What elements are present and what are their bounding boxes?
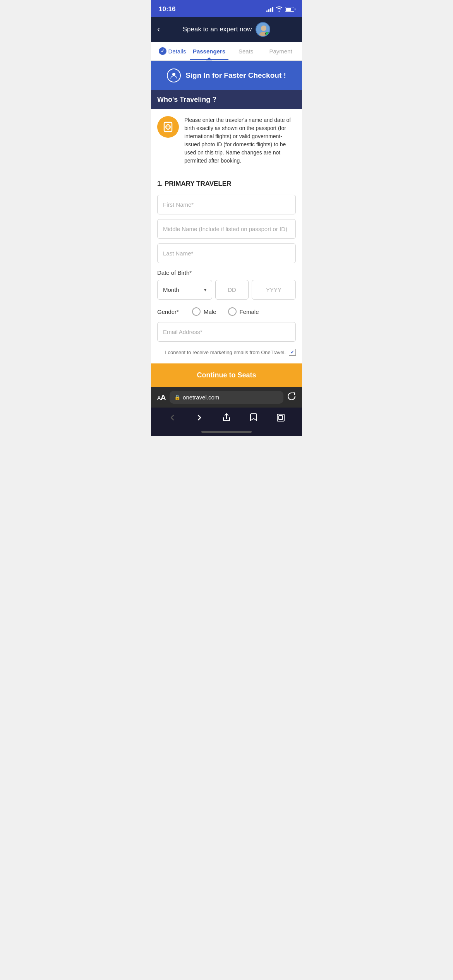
dob-yyyy-input[interactable] <box>252 280 296 300</box>
lock-icon: 🔒 <box>174 394 180 400</box>
status-icons <box>266 6 294 13</box>
nav-forward-button[interactable] <box>190 413 209 422</box>
dob-month-select[interactable]: Month ▾ <box>157 280 212 300</box>
first-name-input[interactable] <box>157 195 296 214</box>
back-button[interactable]: ‹ <box>157 24 160 34</box>
whos-traveling-title: Who's Traveling ? <box>157 96 216 103</box>
gender-label: Gender* <box>157 308 184 315</box>
male-label: Male <box>204 308 216 315</box>
tab-passengers-label: Passengers <box>193 48 225 55</box>
email-input[interactable] <box>157 322 296 342</box>
info-box: Please enter the traveler's name and dat… <box>151 109 302 172</box>
signin-icon <box>167 69 181 82</box>
expert-avatar[interactable] <box>256 22 270 37</box>
gender-row: Gender* Male Female <box>157 307 296 316</box>
url-text: onetravel.com <box>183 394 219 401</box>
home-bar <box>201 431 252 433</box>
signin-text: Sign In for Faster Checkout ! <box>185 71 286 80</box>
continue-to-seats-button[interactable]: Continue to Seats <box>151 363 302 387</box>
last-name-input[interactable] <box>157 243 296 263</box>
tab-active-indicator <box>206 57 212 60</box>
chevron-down-icon: ▾ <box>204 287 206 293</box>
male-radio[interactable] <box>192 307 201 316</box>
dob-label: Date of Birth* <box>157 269 296 276</box>
nav-tabs: ✓ Details Passengers Seats Payment <box>151 42 302 61</box>
svg-rect-10 <box>277 414 284 421</box>
info-text: Please enter the traveler's name and dat… <box>184 116 296 165</box>
passport-icon <box>157 116 179 138</box>
nav-tabs-button[interactable] <box>271 413 290 422</box>
dob-dd-input[interactable] <box>215 280 249 300</box>
gender-female-option[interactable]: Female <box>228 307 259 316</box>
refresh-button[interactable] <box>287 392 296 403</box>
tab-payment-label: Payment <box>269 48 292 55</box>
tab-payment[interactable]: Payment <box>263 43 298 60</box>
url-bar[interactable]: 🔒 onetravel.com <box>170 391 283 404</box>
wifi-icon <box>276 6 283 13</box>
nav-back-button[interactable] <box>163 413 182 422</box>
svg-point-4 <box>172 73 175 76</box>
signin-banner[interactable]: Sign In for Faster Checkout ! <box>151 61 302 90</box>
details-check-icon: ✓ <box>159 47 166 55</box>
consent-row: I consent to receive marketing emails fr… <box>157 349 296 356</box>
month-label: Month <box>163 286 179 293</box>
signal-icon <box>266 7 273 12</box>
tab-details-label: Details <box>168 48 186 55</box>
tab-seats[interactable]: Seats <box>228 43 263 60</box>
tab-seats-label: Seats <box>239 48 253 55</box>
svg-point-3 <box>261 26 266 31</box>
home-indicator <box>151 428 302 436</box>
header-center: Speak to an expert now <box>183 22 271 37</box>
nav-share-button[interactable] <box>217 413 236 422</box>
gender-options: Male Female <box>192 307 259 316</box>
svg-rect-11 <box>279 416 283 420</box>
tab-details[interactable]: ✓ Details <box>155 42 190 60</box>
primary-traveler-title: 1. PRIMARY TRAVELER <box>157 180 296 188</box>
female-label: Female <box>240 308 259 315</box>
whos-traveling-header: Who's Traveling ? <box>151 90 302 109</box>
online-indicator <box>265 32 269 36</box>
middle-name-input[interactable] <box>157 219 296 239</box>
consent-checkbox[interactable]: ✓ <box>289 349 296 356</box>
browser-bar: AA 🔒 onetravel.com <box>151 387 302 408</box>
battery-icon <box>285 7 294 12</box>
form-section: 1. PRIMARY TRAVELER Date of Birth* Month… <box>151 172 302 363</box>
expert-label: Speak to an expert now <box>183 26 252 33</box>
bottom-nav <box>151 408 302 428</box>
tab-passengers[interactable]: Passengers <box>190 43 228 60</box>
status-time: 10:16 <box>159 5 175 13</box>
dob-row: Month ▾ <box>157 280 296 300</box>
status-bar: 10:16 <box>151 0 302 17</box>
consent-check-icon: ✓ <box>290 350 294 355</box>
female-radio[interactable] <box>228 307 237 316</box>
font-size-control[interactable]: AA <box>157 393 166 402</box>
nav-bookmarks-button[interactable] <box>244 413 263 422</box>
header: ‹ Speak to an expert now <box>151 17 302 42</box>
consent-text: I consent to receive marketing emails fr… <box>165 350 286 355</box>
gender-male-option[interactable]: Male <box>192 307 216 316</box>
